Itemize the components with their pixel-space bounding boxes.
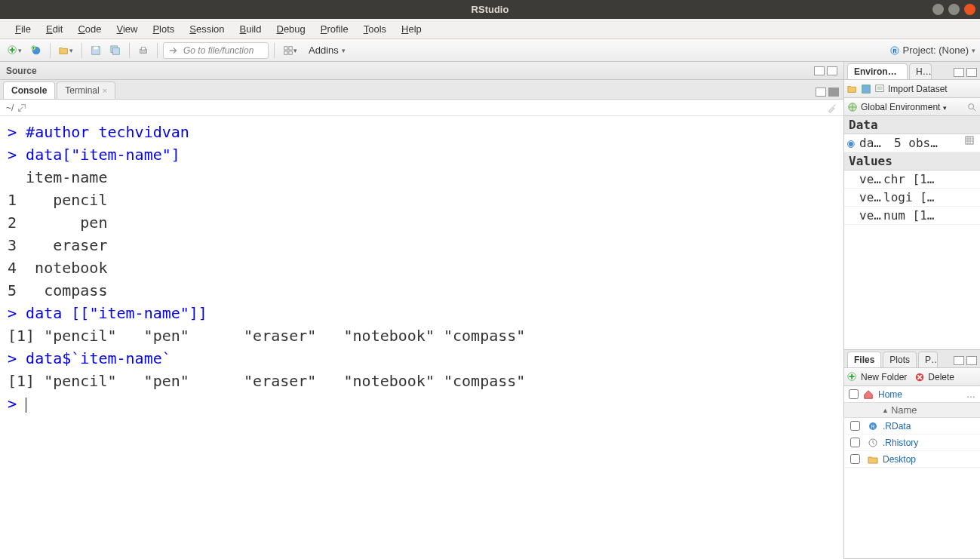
svg-rect-11 xyxy=(284,51,287,54)
file-name[interactable]: Desktop xyxy=(883,454,916,465)
pane-restore-icon[interactable] xyxy=(816,88,826,97)
file-name[interactable]: .RData xyxy=(883,421,911,432)
menu-file[interactable]: File xyxy=(8,21,38,37)
breadcrumb-home[interactable]: Home xyxy=(878,389,902,400)
folder-open-icon xyxy=(59,45,69,56)
plus-circle-icon xyxy=(847,372,858,382)
files-column-header: ▲Name xyxy=(844,403,980,418)
open-file-button[interactable]: ▾ xyxy=(56,42,76,59)
globe-icon xyxy=(847,102,858,112)
source-pane-header: Source xyxy=(0,62,843,80)
grid-button[interactable]: ▾ xyxy=(280,42,300,59)
tab-environment[interactable]: Environment xyxy=(847,63,908,79)
tab-history[interactable]: History xyxy=(909,63,932,79)
env-body: Data ◉da…5 obs… Values ve…chr [1…ve…logi… xyxy=(844,116,980,349)
env-value-row[interactable]: ve…num [1… xyxy=(844,207,980,225)
env-value-row[interactable]: ve…logi [… xyxy=(844,189,980,207)
console-tabs: Console Terminal× xyxy=(0,80,843,100)
home-icon xyxy=(863,389,874,400)
save-button[interactable] xyxy=(88,42,104,59)
svg-rect-15 xyxy=(862,84,871,93)
tab-console[interactable]: Console xyxy=(3,81,55,99)
files-row[interactable]: R.RData xyxy=(844,418,980,435)
file-name[interactable]: .Rhistory xyxy=(883,438,918,448)
close-icon[interactable]: × xyxy=(103,86,107,95)
env-toolbar: Import Dataset xyxy=(844,80,980,98)
env-scope-dropdown[interactable]: Global Environment ▾ xyxy=(861,102,947,112)
svg-text:R: R xyxy=(892,48,896,53)
broom-icon[interactable] xyxy=(827,103,837,113)
save-all-icon xyxy=(110,45,121,56)
pane-maximize-icon[interactable] xyxy=(966,68,977,77)
save-all-button[interactable] xyxy=(107,42,124,59)
env-section-values: Values xyxy=(844,152,980,170)
svg-rect-10 xyxy=(289,46,292,49)
tab-files[interactable]: Files xyxy=(847,352,881,367)
delete-button[interactable]: Delete xyxy=(928,372,954,382)
tab-packages[interactable]: Packages xyxy=(918,352,938,367)
file-icon: R xyxy=(868,421,878,432)
more-button[interactable]: … xyxy=(966,389,975,400)
pane-maximize-icon[interactable] xyxy=(966,356,977,365)
pane-restore-icon[interactable] xyxy=(814,66,825,75)
pane-maximize-icon[interactable] xyxy=(828,88,839,97)
menu-build[interactable]: Build xyxy=(232,21,269,37)
files-row[interactable]: .Rhistory xyxy=(844,435,980,451)
menu-code[interactable]: Code xyxy=(70,21,109,37)
svg-rect-9 xyxy=(284,46,287,49)
file-checkbox[interactable] xyxy=(850,438,860,447)
new-file-button[interactable]: ▾ xyxy=(5,42,25,59)
menu-session[interactable]: Session xyxy=(182,21,232,37)
console-path: ~/ xyxy=(6,103,14,113)
goto-arrow-icon xyxy=(168,45,179,56)
menu-tools[interactable]: Tools xyxy=(356,21,394,37)
delete-icon xyxy=(914,372,925,382)
search-icon[interactable] xyxy=(966,102,977,112)
svg-text:R: R xyxy=(871,424,874,429)
pane-maximize-icon[interactable] xyxy=(827,66,837,75)
print-icon xyxy=(138,45,149,56)
save-icon[interactable] xyxy=(861,84,871,94)
project-menu[interactable]: R Project: (None) ▾ xyxy=(889,45,975,56)
menu-help[interactable]: Help xyxy=(394,21,429,37)
new-project-button[interactable] xyxy=(28,42,45,59)
env-tabs: Environment History xyxy=(844,62,980,80)
goto-file-input[interactable]: Go to file/function xyxy=(163,42,269,59)
popout-icon[interactable] xyxy=(17,103,27,113)
menu-view[interactable]: View xyxy=(109,21,145,37)
window-minimize-button[interactable] xyxy=(932,4,944,15)
files-toolbar: New Folder Delete xyxy=(844,368,980,386)
env-scope-bar: Global Environment ▾ xyxy=(844,98,980,116)
folder-open-icon[interactable] xyxy=(847,84,858,94)
import-dataset-button[interactable]: Import Dataset xyxy=(888,84,948,94)
env-data-row[interactable]: ◉da…5 obs… xyxy=(844,134,980,152)
grid-icon xyxy=(283,45,293,56)
svg-rect-16 xyxy=(876,84,884,91)
file-icon xyxy=(868,438,878,448)
tab-plots[interactable]: Plots xyxy=(883,352,917,367)
window-title: RStudio xyxy=(472,4,509,15)
menu-edit[interactable]: Edit xyxy=(38,21,70,37)
plus-r-icon xyxy=(31,45,41,56)
file-checkbox[interactable] xyxy=(850,454,860,464)
files-tabs: Files Plots Packages xyxy=(844,350,980,368)
select-all-checkbox[interactable] xyxy=(849,389,859,399)
pane-restore-icon[interactable] xyxy=(954,68,964,77)
env-value-row[interactable]: ve…chr [1… xyxy=(844,170,980,189)
window-close-button[interactable] xyxy=(964,4,975,15)
new-folder-button[interactable]: New Folder xyxy=(861,372,907,382)
files-row[interactable]: Desktop xyxy=(844,451,980,468)
menu-profile[interactable]: Profile xyxy=(313,21,356,37)
pane-restore-icon[interactable] xyxy=(954,356,964,365)
menu-debug[interactable]: Debug xyxy=(269,21,313,37)
print-button[interactable] xyxy=(135,42,152,59)
menu-plots[interactable]: Plots xyxy=(145,21,182,37)
file-checkbox[interactable] xyxy=(850,421,860,431)
window-maximize-button[interactable] xyxy=(948,4,960,15)
env-section-data: Data xyxy=(844,116,980,134)
svg-rect-8 xyxy=(141,47,145,50)
console-output[interactable]: > #author techvidvan > data["item-name"]… xyxy=(0,116,843,559)
tab-terminal[interactable]: Terminal× xyxy=(57,81,115,99)
svg-rect-19 xyxy=(966,137,973,144)
addins-button[interactable]: Addins ▾ xyxy=(303,42,351,59)
